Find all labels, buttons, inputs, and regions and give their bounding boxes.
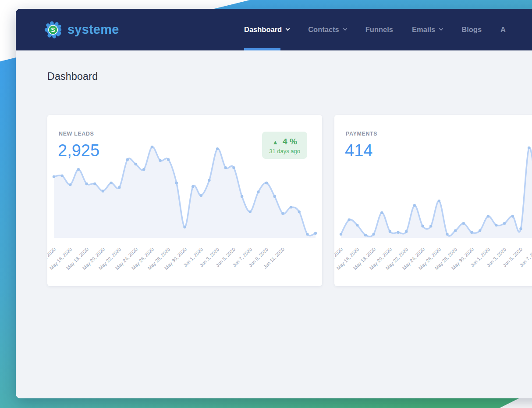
nav-item-emails[interactable]: Emails <box>412 9 443 50</box>
trend-badge: ▲ 4 % 31 days ago <box>262 132 307 159</box>
stat-card-payments: PAYMENTS 414 May 14, 2020May 16, 2020May… <box>334 115 532 286</box>
page-content: Dashboard NEW LEADS 2,925 ▲ 4 % 31 days … <box>16 50 532 286</box>
trend-up-icon: ▲ <box>272 139 280 146</box>
nav-item-dashboard[interactable]: Dashboard <box>244 9 289 50</box>
nav-item-contacts[interactable]: Contacts <box>308 9 347 50</box>
chevron-down-icon <box>343 26 347 31</box>
nav-item-funnels[interactable]: Funnels <box>365 9 393 50</box>
main-nav: Dashboard Contacts Funnels Emails Blogs … <box>244 9 506 50</box>
app-window: S systeme Dashboard Contacts Funnels Ema… <box>16 9 532 398</box>
stat-card-value: 2,925 <box>58 141 99 160</box>
chevron-down-icon <box>286 26 290 31</box>
nav-item-label: Dashboard <box>244 25 282 34</box>
nav-item-label: Contacts <box>308 25 339 34</box>
nav-item-label: A <box>500 25 506 34</box>
nav-item-label: Funnels <box>365 25 393 34</box>
nav-item-label: Emails <box>412 25 435 34</box>
top-navigation-bar: S systeme Dashboard Contacts Funnels Ema… <box>16 9 532 50</box>
page-title: Dashboard <box>47 71 532 82</box>
nav-item-a[interactable]: A <box>500 9 506 50</box>
nav-item-blogs[interactable]: Blogs <box>461 9 482 50</box>
stat-card-title: NEW LEADS <box>59 131 94 137</box>
chevron-down-icon <box>439 26 443 31</box>
stat-card-value: 414 <box>345 141 372 160</box>
logo-text: systeme <box>67 22 119 37</box>
nav-item-label: Blogs <box>461 25 482 34</box>
trend-period: 31 days ago <box>269 148 300 154</box>
trend-percent: ▲ 4 % <box>269 137 300 147</box>
stat-cards-row: NEW LEADS 2,925 ▲ 4 % 31 days ago May 14… <box>47 115 532 286</box>
svg-text:S: S <box>51 26 55 33</box>
systeme-logo[interactable]: S systeme <box>43 20 119 39</box>
systeme-gear-logo-icon: S <box>43 20 63 39</box>
chart-x-axis-labels: May 14, 2020May 16, 2020May 18, 2020May … <box>338 241 532 283</box>
stat-card-title: PAYMENTS <box>346 131 377 137</box>
chart-x-axis-labels: May 14, 2020May 16, 2020May 18, 2020May … <box>51 241 319 283</box>
stat-card-new-leads: NEW LEADS 2,925 ▲ 4 % 31 days ago May 14… <box>47 115 322 286</box>
